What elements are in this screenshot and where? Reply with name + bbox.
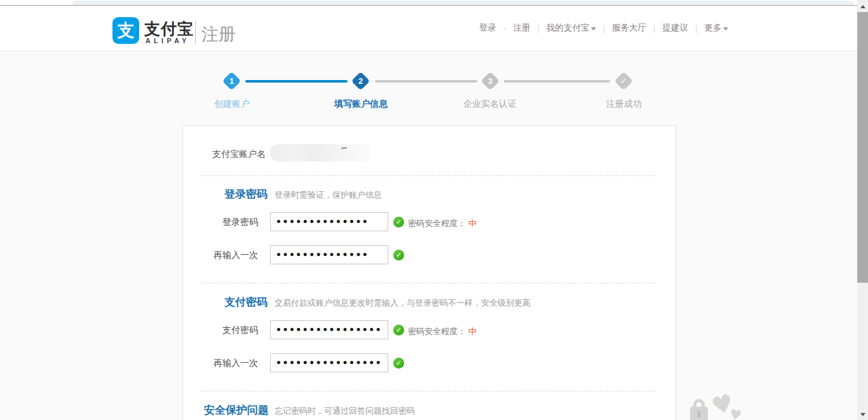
check-circle-icon: ✓ [393, 250, 404, 261]
header-nav: 登录 - 注册 | 我的支付宝 | 服务大厅 | 提建议 | 更多 [479, 23, 728, 33]
pay-password-strength: 密码安全程度：中 [408, 326, 477, 337]
nav-more-label: 更多 [705, 23, 722, 32]
nav-my-alipay-link[interactable]: 我的支付宝 [546, 22, 596, 34]
strength-label: 密码安全程度： [408, 219, 466, 228]
alipay-logo-glyph: 支 [118, 22, 135, 39]
browser-tab-remnant [72, 1, 854, 5]
alipay-logo-sub: ALIPAY [146, 37, 190, 44]
section-divider [201, 391, 656, 391]
step-connector-done [245, 80, 348, 83]
nav-separator: | [653, 24, 656, 33]
pay-password-confirm-input[interactable] [270, 353, 388, 372]
step-1-label: 创建账户 [214, 98, 250, 110]
nav-dash: - [503, 24, 506, 33]
step-4-check-icon: ✓ [620, 76, 627, 86]
step-2-marker: 2 [351, 72, 370, 91]
nav-more-link[interactable]: 更多 [705, 22, 728, 34]
logo-divider [195, 20, 196, 44]
step-1-number: 1 [229, 76, 234, 86]
alipay-logo-icon[interactable]: 支 [112, 17, 139, 44]
nav-separator: | [538, 24, 540, 33]
account-info-form-panel: 支付宝账户名 登录密码 登录时需验证，保护账户信息 登录密码 ✓ 密码安全程度：… [182, 125, 676, 420]
login-password-section-desc: 登录时需验证，保护账户信息 [275, 189, 382, 201]
browser-chrome-strip [0, 0, 868, 5]
login-password-confirm-label: 再输入一次 [183, 245, 258, 264]
section-divider [201, 283, 656, 283]
nav-separator: | [603, 24, 606, 33]
strength-value: 中 [468, 327, 477, 336]
security-question-section-title: 安全保护问题 [183, 403, 269, 417]
step-2-number: 2 [358, 76, 363, 86]
step-4-marker: ✓ [614, 72, 634, 91]
caret-down-icon [591, 27, 596, 30]
account-name-label: 支付宝账户名 [183, 149, 266, 160]
check-circle-icon: ✓ [393, 358, 404, 369]
login-password-strength: 密码安全程度：中 [408, 218, 477, 229]
arrow-up-icon [860, 5, 865, 8]
security-question-section-desc: 忘记密码时，可通过回答问题找回密码 [275, 405, 415, 417]
pay-password-section-desc: 交易付款或账户信息更改时需输入，与登录密码不一样，安全级别更高 [275, 297, 531, 309]
pay-password-section-title: 支付密码 [183, 295, 268, 309]
check-circle-icon: ✓ [393, 217, 404, 227]
scrollbar-down-button[interactable] [857, 409, 868, 420]
browser-chrome-divider [0, 5, 868, 6]
step-1-marker: 1 [222, 72, 241, 91]
page-title: 注册 [201, 23, 236, 46]
scrollbar-thumb[interactable] [857, 12, 868, 283]
vertical-scrollbar[interactable] [857, 0, 868, 420]
arrow-down-icon [860, 413, 865, 416]
page-header: 支 支付宝 ALIPAY 注册 登录 - 注册 | 我的支付宝 | 服务大厅 |… [0, 6, 868, 51]
login-password-confirm-input[interactable] [270, 245, 388, 264]
nav-login-link[interactable]: 登录 [479, 22, 496, 34]
strength-label: 密码安全程度： [408, 327, 466, 336]
pay-password-input[interactable] [270, 320, 388, 339]
step-3-marker: 3 [481, 72, 500, 91]
step-3-label: 企业实名认证 [463, 98, 517, 110]
account-name-redacted-value [270, 144, 370, 161]
section-divider [201, 175, 656, 176]
check-circle-icon: ✓ [393, 325, 404, 335]
nav-service-hall-link[interactable]: 服务大厅 [612, 22, 646, 34]
step-2-label: 填写账户信息 [334, 98, 388, 110]
step-4-label: 注册成功 [606, 98, 642, 110]
lock-icon [690, 399, 709, 420]
caret-down-icon [723, 27, 728, 30]
login-password-label: 登录密码 [183, 212, 258, 231]
step-3-number: 3 [488, 76, 492, 86]
step-connector [375, 80, 477, 83]
heart-icon: ♥ [728, 408, 742, 420]
nav-register-link[interactable]: 注册 [513, 22, 531, 34]
pay-password-label: 支付密码 [183, 320, 258, 339]
scrollbar-up-button[interactable] [857, 1, 868, 12]
step-connector [504, 80, 610, 83]
lock-keyhole [698, 410, 700, 417]
login-password-section-title: 登录密码 [183, 187, 268, 201]
pay-password-confirm-label: 再输入一次 [183, 353, 258, 372]
alipay-register-page: 支 支付宝 ALIPAY 注册 登录 - 注册 | 我的支付宝 | 服务大厅 |… [0, 0, 868, 420]
nav-suggest-link[interactable]: 提建议 [663, 22, 689, 34]
login-password-input[interactable] [270, 212, 388, 231]
nav-separator: | [695, 24, 698, 33]
nav-my-alipay-label: 我的支付宝 [546, 23, 590, 32]
strength-value: 中 [468, 219, 477, 228]
